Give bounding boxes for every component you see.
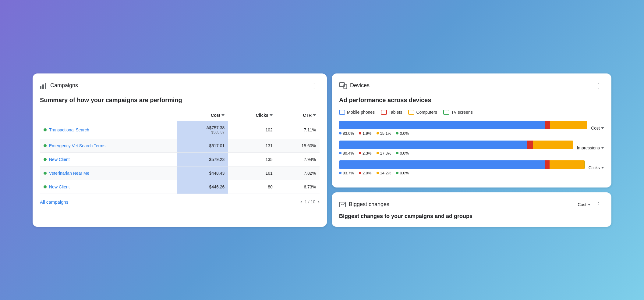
bar-pct: 2.0%	[363, 171, 372, 175]
clicks-sort-icon	[270, 114, 273, 116]
legend-mobile: Mobile phones	[339, 110, 375, 115]
bar-label: 17.3%	[377, 151, 391, 155]
bar-metric-selector[interactable]: Cost	[591, 126, 604, 130]
status-dot	[44, 144, 47, 147]
bar-label: 0.0%	[396, 131, 409, 136]
bar-metric-arrow	[601, 127, 604, 129]
bar-label: 0.0%	[396, 171, 409, 175]
bar-container	[339, 141, 573, 149]
bar-label: 83.0%	[339, 131, 354, 136]
row-clicks: 80	[228, 180, 276, 194]
changes-title-group: Biggest changes	[339, 201, 389, 208]
all-campaigns-link[interactable]: All campaigns	[40, 199, 68, 205]
bar-metric-label: Impressions	[577, 145, 600, 150]
status-dot	[44, 185, 47, 188]
bar-segment-blue	[339, 121, 545, 129]
row-campaign-name[interactable]: New Client	[40, 180, 177, 194]
changes-more-button[interactable]: ⋮	[593, 200, 604, 209]
row-clicks: 135	[228, 152, 276, 166]
bar-segment-red	[545, 121, 550, 129]
svg-rect-5	[444, 110, 449, 114]
devices-more-button[interactable]: ⋮	[593, 81, 604, 91]
bar-row: 83.0% 1.9% 15.1% 0.0% Cost	[339, 121, 604, 136]
row-ctr: 6.73%	[276, 180, 320, 194]
campaigns-subtitle: Summary of how your campaigns are perfor…	[40, 97, 320, 104]
row-campaign-name[interactable]: Veterinarian Near Me	[40, 166, 177, 180]
legend-tv: TV screens	[443, 110, 473, 115]
campaign-name-label: Transactional Search	[49, 127, 89, 132]
campaigns-icon	[40, 82, 47, 89]
bar-container	[339, 121, 587, 129]
status-dot	[44, 158, 47, 161]
prev-page-button[interactable]: ‹	[300, 199, 302, 205]
dot-red	[359, 172, 361, 174]
devices-title-group: Devices	[339, 82, 370, 89]
row-campaign-name[interactable]: Emergency Vet Search Terms	[40, 139, 177, 152]
bar-pct: 1.9%	[363, 131, 372, 136]
status-dot	[44, 128, 47, 131]
bar-segment-red	[527, 141, 533, 149]
dot-red	[359, 152, 361, 154]
dot-green	[396, 132, 398, 134]
bar-segment-red	[545, 160, 550, 169]
biggest-changes-card: Biggest changes Cost ⋮ Biggest changes t…	[332, 192, 611, 227]
legend-mobile-label: Mobile phones	[347, 110, 375, 115]
bar-pct: 2.3%	[363, 151, 372, 155]
bar-label: 1.9%	[359, 131, 372, 136]
bar-labels: 83.7% 2.0% 14.2% 0.0%	[339, 171, 585, 175]
bar-pct: 0.0%	[400, 131, 409, 136]
changes-metric-selector[interactable]: Cost	[578, 202, 591, 207]
campaigns-table: Cost Clicks CTR	[40, 110, 320, 194]
bar-area: 80.4% 2.3% 17.3% 0.0%	[339, 141, 573, 155]
bar-area: 83.0% 1.9% 15.1% 0.0%	[339, 121, 587, 136]
bar-label: 2.0%	[359, 171, 372, 175]
col-ctr[interactable]: CTR	[276, 110, 320, 121]
legend-computers-label: Computers	[416, 110, 437, 115]
devices-subtitle: Ad performance across devices	[339, 97, 604, 104]
col-cost[interactable]: Cost	[177, 110, 228, 121]
bar-label: 15.1%	[377, 131, 391, 136]
devices-icon	[339, 82, 347, 89]
bar-pct: 83.0%	[343, 131, 354, 136]
row-cost: $579.23	[177, 152, 228, 166]
col-name	[40, 110, 177, 121]
bar-pct: 83.7%	[343, 171, 354, 175]
row-cost: $448.43	[177, 166, 228, 180]
computers-icon	[408, 110, 414, 115]
cost-secondary: $505.87	[181, 130, 225, 134]
row-ctr: 7.82%	[276, 166, 320, 180]
dot-yellow	[377, 132, 379, 134]
row-cost: $617.01	[177, 139, 228, 152]
bar-label: 83.7%	[339, 171, 354, 175]
legend-tablets: Tablets	[381, 110, 402, 115]
campaigns-more-button[interactable]: ⋮	[309, 81, 320, 91]
campaign-name-label: New Client	[49, 184, 70, 189]
bar-segment-blue	[339, 160, 545, 169]
next-page-button[interactable]: ›	[318, 199, 320, 205]
campaign-name-label: New Client	[49, 157, 70, 162]
col-clicks[interactable]: Clicks	[228, 110, 276, 121]
cost-sort-icon	[221, 114, 225, 116]
row-cost: $446.26	[177, 180, 228, 194]
campaigns-title-group: Campaigns	[40, 82, 78, 89]
bar-segment-yellow	[533, 141, 573, 149]
row-campaign-name[interactable]: New Client	[40, 152, 177, 166]
ctr-sort-icon	[313, 114, 316, 116]
svg-rect-6	[339, 202, 345, 207]
row-campaign-name[interactable]: Transactional Search	[40, 121, 177, 139]
row-ctr: 15.60%	[276, 139, 320, 152]
campaigns-title: Campaigns	[50, 82, 78, 89]
bar-label: 80.4%	[339, 151, 354, 155]
devices-card-header: Devices ⋮	[339, 81, 604, 91]
bar-segment-yellow	[550, 160, 585, 169]
status-dot	[44, 172, 47, 175]
dot-yellow	[377, 172, 379, 174]
bar-metric-selector[interactable]: Clicks	[589, 165, 604, 170]
row-ctr: 7.11%	[276, 121, 320, 139]
bar-metric-selector[interactable]: Impressions	[577, 145, 604, 150]
dashboard: Campaigns ⋮ Summary of how your campaign…	[33, 73, 611, 227]
changes-metric-arrow	[588, 204, 591, 205]
bar-segment-yellow	[550, 121, 587, 129]
bar-metric-label: Cost	[591, 126, 600, 130]
table-header: Cost Clicks CTR	[40, 110, 320, 121]
